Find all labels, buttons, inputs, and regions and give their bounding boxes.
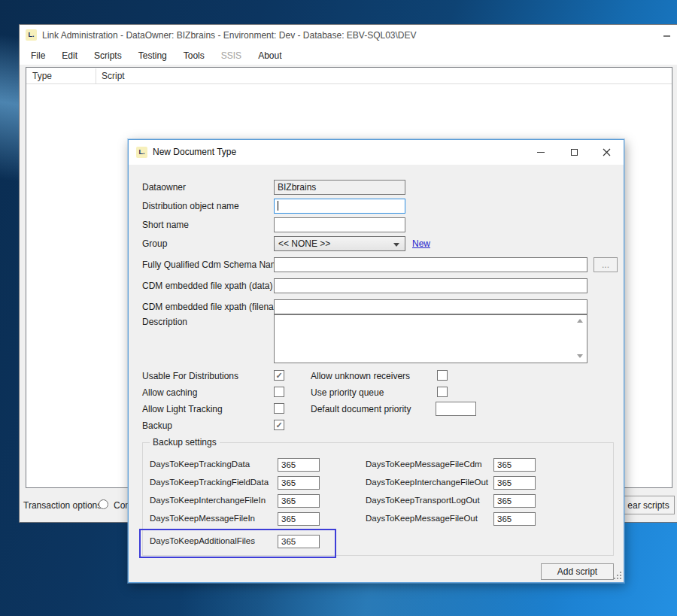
description-label: Description (142, 317, 187, 327)
backup-checkbox[interactable]: ✓ (274, 420, 284, 430)
new-document-type-dialog: L. New Document Type Dataowner Distribut… (128, 139, 624, 583)
allow-unknown-receivers-checkbox[interactable] (437, 370, 448, 381)
clear-scripts-button[interactable]: ear scripts (622, 496, 675, 514)
column-header-script[interactable]: Script (102, 71, 125, 81)
menu-testing[interactable]: Testing (130, 47, 175, 64)
cdm-xpath-filename-field[interactable] (274, 299, 587, 314)
scroll-down-icon[interactable] (577, 354, 583, 358)
cdm-xpath-data-label: CDM embedded file xpath (data) (142, 281, 272, 291)
distribution-object-name-field[interactable] (274, 199, 405, 214)
days-tracking-data-field[interactable] (278, 458, 320, 472)
desktop-background: L. Link Administration - DataOwner: BIZb… (0, 0, 677, 616)
days-interchangefile-in-label: DaysToKeepInterchangeFileIn (150, 496, 266, 505)
menu-tools[interactable]: Tools (175, 47, 213, 64)
days-transportlog-out-field[interactable] (493, 494, 536, 508)
use-priority-queue-checkbox[interactable] (437, 387, 448, 397)
dialog-title: New Document Type (153, 147, 236, 157)
transaction-option-radio[interactable] (99, 499, 108, 509)
dialog-maximize-button[interactable] (557, 140, 591, 165)
minimize-icon (537, 152, 545, 153)
app-icon: L. (26, 29, 37, 41)
usable-for-distributions-label: Usable For Distributions (142, 371, 238, 381)
allow-light-tracking-label: Allow Light Tracking (142, 404, 223, 414)
days-messagefile-out-field[interactable] (493, 512, 536, 526)
scripts-table-header: Type Script (26, 68, 672, 84)
usable-for-distributions-checkbox[interactable]: ✓ (274, 370, 284, 381)
browse-button[interactable]: ... (594, 257, 618, 272)
dataowner-label: Dataowner (142, 182, 186, 193)
allow-caching-checkbox[interactable] (274, 387, 284, 397)
days-interchangefile-out-label: DaysToKeepInterchangeFileOut (366, 478, 488, 487)
dataowner-field[interactable] (274, 180, 405, 195)
resize-grip[interactable] (612, 571, 622, 581)
dialog-close-button[interactable] (590, 140, 624, 165)
add-script-button[interactable]: Add script (541, 563, 614, 580)
cdm-schema-name-field[interactable] (274, 257, 587, 272)
backup-label: Backup (142, 420, 172, 431)
days-tracking-data-label: DaysToKeepTrackingData (150, 460, 250, 469)
days-messagefile-cdm-field[interactable] (493, 458, 536, 472)
default-document-priority-field[interactable] (436, 402, 476, 416)
short-name-field[interactable] (274, 217, 405, 232)
highlight-box (139, 529, 336, 558)
allow-caching-label: Allow caching (142, 387, 197, 398)
close-icon (603, 146, 611, 159)
backup-settings-title: Backup settings (150, 437, 220, 448)
column-divider[interactable] (96, 68, 96, 83)
minimize-icon[interactable] (663, 35, 670, 37)
scroll-up-icon[interactable] (577, 319, 583, 323)
dialog-icon: L. (136, 147, 147, 158)
menu-about[interactable]: About (250, 47, 290, 64)
distribution-object-name-label: Distribution object name (142, 201, 239, 211)
menu-scripts[interactable]: Scripts (86, 47, 130, 64)
main-window-titlebar[interactable]: L. Link Administration - DataOwner: BIZb… (20, 25, 677, 46)
cdm-xpath-data-field[interactable] (274, 278, 587, 293)
dialog-minimize-button[interactable] (524, 140, 557, 165)
column-header-type[interactable]: Type (32, 71, 52, 81)
use-priority-queue-label: Use priority queue (311, 387, 384, 398)
days-interchangefile-in-field[interactable] (278, 494, 320, 508)
menu-file[interactable]: File (23, 47, 53, 64)
allow-light-tracking-checkbox[interactable] (274, 403, 284, 414)
days-messagefile-out-label: DaysToKeepMessageFileOut (366, 514, 478, 523)
chevron-down-icon (393, 243, 399, 247)
allow-unknown-receivers-label: Allow unknown receivers (311, 371, 410, 381)
maximize-icon (571, 149, 578, 156)
group-new-link[interactable]: New (412, 238, 430, 249)
cdm-xpath-filename-label: CDM embedded file xpath (filename) (142, 302, 289, 312)
days-transportlog-out-label: DaysToKeepTransportLogOut (366, 496, 480, 505)
menu-bar: File Edit Scripts Testing Tools SSIS Abo… (20, 46, 677, 65)
days-tracking-field-data-label: DaysToKeepTrackingFieldData (150, 478, 269, 487)
group-dropdown-value: << NONE >> (278, 238, 330, 249)
default-document-priority-label: Default document priority (311, 404, 411, 414)
days-messagefile-in-field[interactable] (278, 512, 320, 526)
days-interchangefile-out-field[interactable] (493, 476, 536, 490)
days-messagefile-cdm-label: DaysToKeepMessageFileCdm (366, 460, 482, 469)
short-name-label: Short name (142, 220, 189, 230)
menu-ssis: SSIS (213, 47, 250, 64)
group-dropdown[interactable]: << NONE >> (274, 236, 405, 251)
days-messagefile-in-label: DaysToKeepMessageFileIn (150, 514, 255, 523)
menu-edit[interactable]: Edit (53, 47, 86, 64)
text-cursor (278, 201, 278, 211)
cdm-schema-name-label: Fully Qualified Cdm Schema Name (142, 259, 283, 270)
days-tracking-field-data-field[interactable] (278, 476, 320, 490)
dialog-titlebar[interactable]: L. New Document Type (129, 140, 624, 165)
transaction-options-label: Transaction options: (23, 500, 105, 511)
description-field[interactable] (274, 314, 587, 363)
main-window-title: Link Administration - DataOwner: BIZbrai… (42, 30, 417, 41)
group-label: Group (142, 238, 167, 249)
